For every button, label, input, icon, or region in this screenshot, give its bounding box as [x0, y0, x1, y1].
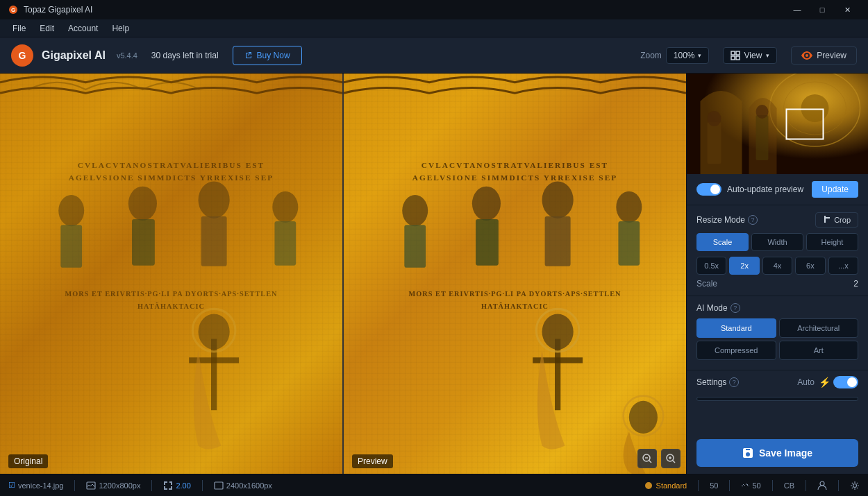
svg-point-20 [199, 314, 230, 350]
svg-point-28 [542, 181, 574, 218]
original-image: CVLACVTANOSTRATVALIERIBUS EST AGELVSIONE… [0, 74, 342, 474]
val2-text: 50 [752, 481, 760, 490]
save-image-button[interactable]: Save Image [696, 439, 858, 467]
svg-rect-56 [215, 482, 223, 489]
auto-update-toggle[interactable] [696, 183, 721, 196]
status-output-size: 2400x1600px [214, 481, 272, 490]
svg-point-8 [58, 195, 84, 226]
close-button[interactable]: ✕ [835, 0, 860, 19]
scale-icon [163, 481, 173, 490]
status-divider-3 [202, 480, 203, 491]
scale-size-group: 0.5x 2x 4x 6x ...x [696, 257, 858, 275]
width-mode-button[interactable]: Width [751, 233, 803, 251]
crop-button[interactable]: Crop [815, 212, 858, 228]
status-val2: 50 [741, 481, 760, 490]
zoom-dropdown[interactable]: 100% ▾ [666, 47, 709, 64]
settings-right: Auto ⚡ [797, 376, 858, 388]
status-suffix: CB [784, 481, 794, 490]
status-divider-6 [772, 480, 773, 491]
title-bar-controls: — □ ✕ [785, 0, 860, 19]
svg-point-57 [645, 482, 652, 489]
height-mode-button[interactable]: Height [806, 233, 858, 251]
maximize-button[interactable]: □ [810, 0, 835, 19]
svg-point-36 [542, 314, 574, 350]
buy-now-button[interactable]: Buy Now [233, 46, 302, 65]
settings-toggle[interactable] [833, 376, 858, 388]
person-icon [817, 481, 827, 490]
view-button[interactable]: View ▾ [723, 47, 778, 64]
resize-mode-row: Resize Mode ? Crop [696, 212, 858, 228]
image-size-icon [86, 481, 96, 490]
app-logo: G [11, 44, 33, 67]
output-size-icon [214, 481, 224, 490]
scale-0.5x-button[interactable]: 0.5x [696, 257, 726, 275]
app-name: Gigapixel AI [42, 49, 106, 62]
ai-mode-label: AI Mode ? [696, 303, 740, 313]
svg-rect-15 [274, 221, 296, 266]
crop-icon [823, 216, 831, 224]
status-divider-4 [698, 480, 699, 491]
original-mosaic: CVLACVTANOSTRATVALIERIBUS EST AGELVSIONE… [0, 74, 342, 474]
settings-row: Settings ? Auto ⚡ [687, 370, 868, 394]
status-person-icon [817, 481, 827, 490]
svg-text:HATÄHAKTACIC: HATÄHAKTACIC [481, 302, 549, 310]
scale-custom-button[interactable]: ...x [828, 257, 858, 275]
settings-label: Settings ? [696, 377, 739, 387]
zoom-out-button[interactable] [637, 449, 657, 468]
resize-help-icon[interactable]: ? [748, 215, 758, 225]
scale-4x-button[interactable]: 4x [762, 257, 792, 275]
ai-help-icon[interactable]: ? [731, 303, 740, 313]
image-divider [342, 74, 344, 474]
minimize-button[interactable]: — [785, 0, 810, 19]
preview-label-bottom: Preview [352, 454, 393, 468]
menu-help[interactable]: Help [105, 19, 136, 37]
svg-rect-9 [60, 225, 82, 268]
val1-text: 50 [710, 481, 718, 490]
ai-standard-button[interactable]: Standard [696, 318, 776, 338]
svg-text:MORS ET ERIVRTIS·PG·LI PA DYOR: MORS ET ERIVRTIS·PG·LI PA DYORTS·APS·SET… [65, 290, 278, 298]
ai-architectural-button[interactable]: Architectural [779, 318, 859, 338]
svg-rect-27 [476, 219, 499, 266]
settings-help-icon[interactable]: ? [729, 377, 739, 387]
update-button[interactable]: Update [812, 181, 858, 198]
auto-update-label: Auto-update preview [727, 185, 803, 194]
svg-point-38 [629, 401, 658, 434]
svg-point-30 [616, 191, 642, 223]
status-divider-7 [806, 480, 806, 491]
svg-rect-51 [708, 122, 721, 164]
svg-line-46 [673, 461, 676, 463]
scale-2x-button[interactable]: 2x [729, 257, 759, 275]
status-scale: 2.00 [163, 481, 190, 490]
svg-point-24 [402, 195, 428, 226]
scale-6x-button[interactable]: 6x [795, 257, 825, 275]
view-chevron-icon: ▾ [766, 52, 769, 59]
check-icon: ☑ [8, 481, 15, 490]
ai-art-button[interactable]: Art [779, 341, 859, 360]
mini-preview [687, 74, 868, 174]
svg-text:AGELVSIONE SIMMDICTS YRREXISE : AGELVSIONE SIMMDICTS YRREXISE SEP [412, 173, 617, 182]
zoom-chevron-icon: ▾ [698, 52, 701, 59]
preview-mosaic: CVLACVTANOSTRATVALIERIBUS EST AGELVSIONE… [344, 74, 686, 474]
svg-rect-31 [618, 221, 640, 266]
mode-text: Standard [656, 481, 687, 490]
ai-compressed-button[interactable]: Compressed [696, 341, 776, 360]
auto-update-row: Auto-update preview Update [696, 181, 858, 198]
menu-account[interactable]: Account [61, 19, 105, 37]
scale-mode-button[interactable]: Scale [696, 233, 749, 251]
ai-mode-section: AI Mode ? Standard Architectural Compres… [687, 296, 868, 370]
menu-bar: File Edit Account Help [0, 19, 868, 37]
resize-mode-section: Resize Mode ? Crop Scale Width Height 0.… [687, 205, 868, 296]
menu-file[interactable]: File [6, 19, 33, 37]
scale-label-text: Scale [696, 279, 717, 289]
preview-button[interactable]: Preview [791, 46, 857, 65]
svg-rect-29 [545, 216, 571, 266]
view-label: View [744, 51, 762, 60]
svg-rect-13 [201, 216, 227, 266]
zoom-in-button[interactable] [661, 449, 681, 468]
right-panel: Auto-update preview Update Resize Mode ?… [686, 74, 868, 474]
svg-rect-11 [132, 219, 155, 266]
zoom-value-text: 100% [674, 51, 695, 60]
menu-edit[interactable]: Edit [33, 19, 61, 37]
image-area: CVLACVTANOSTRATVALIERIBUS EST AGELVSIONE… [0, 74, 686, 474]
status-settings-icon[interactable] [850, 481, 860, 490]
